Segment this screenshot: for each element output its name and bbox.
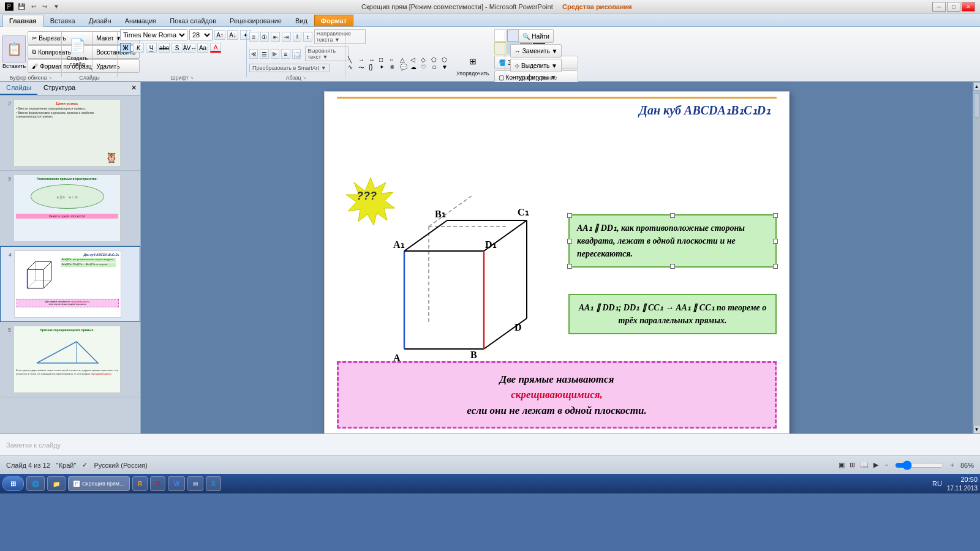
zoom-minus-button[interactable]: － — [883, 460, 890, 470]
resize-handle-tr[interactable] — [773, 213, 778, 218]
line-shape[interactable]: ╲ — [348, 56, 358, 63]
slides-tab[interactable]: Слайды — [0, 82, 37, 95]
resize-handle-mr[interactable] — [773, 239, 778, 244]
justify-button[interactable]: ≡ — [281, 49, 290, 59]
minimize-button[interactable]: ─ — [932, 2, 946, 12]
quick-save[interactable]: 💾 — [16, 2, 27, 10]
taskbar-word[interactable]: W — [168, 476, 184, 491]
columns-button[interactable]: ⫴ — [293, 32, 302, 42]
tab-slideshow[interactable]: Показ слайдов — [163, 15, 223, 26]
view-normal-button[interactable]: ▣ — [839, 461, 845, 469]
scroll-thumb[interactable] — [974, 93, 980, 118]
star8-shape[interactable]: ✵ — [390, 64, 399, 72]
taskbar-powerpoint[interactable]: 🅿 Скрещив прям... — [68, 476, 130, 491]
tab-view[interactable]: Вид — [288, 15, 314, 26]
view-slideshow-button[interactable]: ▶ — [873, 461, 878, 469]
view-reading-button[interactable]: 📖 — [860, 461, 869, 469]
arrow-shape[interactable]: → — [358, 56, 368, 63]
start-button[interactable]: ⊞ — [2, 476, 24, 491]
taskbar-outlook[interactable]: ✉ — [187, 476, 203, 491]
taskbar-yandex[interactable]: Я — [132, 476, 148, 491]
zoom-slider[interactable] — [895, 460, 944, 470]
scroll-down-arrow[interactable]: ▼ — [973, 425, 981, 433]
info-box-2[interactable]: AA₁ ∥ DD₁; DD₁ ∥ CC₁ → AA₁ ∥ CC₁ по теор… — [568, 294, 777, 334]
rect-shape[interactable]: □ — [379, 56, 389, 63]
align-center-button[interactable]: ☰ — [260, 49, 268, 59]
tab-review[interactable]: Рецензирование — [223, 15, 288, 26]
new-slide-button[interactable]: 📄 Создатьслайд — [64, 35, 90, 69]
diamond-shape[interactable]: ◇ — [421, 56, 431, 63]
wave-shape[interactable]: 〜 — [358, 64, 368, 72]
align-text-button[interactable]: Выровнять текст ▼ — [305, 47, 349, 61]
font-color-button[interactable]: A — [210, 43, 221, 53]
brace-shape[interactable]: {} — [369, 64, 379, 72]
callout-shape[interactable]: 💬 — [400, 64, 410, 72]
quick-redo[interactable]: ↪ — [40, 2, 49, 10]
select-button[interactable]: ⊹ Выделить ▼ — [510, 59, 562, 72]
replace-button[interactable]: ↔ Заменить ▼ — [510, 44, 562, 58]
resize-handle-br[interactable] — [773, 264, 778, 269]
clipboard-expand[interactable]: ↘ — [48, 75, 52, 80]
hex-shape[interactable]: ⬡ — [442, 56, 451, 63]
slide-thumb-3[interactable]: 3 Расположение прямых в пространстве: a … — [0, 171, 140, 246]
tab-home[interactable]: Главная — [2, 15, 43, 27]
heart-shape[interactable]: ♡ — [421, 64, 431, 72]
indent-increase-button[interactable]: ⇥ — [282, 32, 291, 42]
indent-decrease-button[interactable]: ⇤ — [271, 32, 280, 42]
curve-shape[interactable]: ∿ — [348, 64, 358, 72]
smiley-shape[interactable]: ☺ — [431, 64, 441, 72]
font-name-select[interactable]: Times New Roma — [120, 29, 187, 40]
resize-handle-tl[interactable] — [567, 213, 572, 218]
cloud-shape[interactable]: ☁ — [410, 64, 420, 72]
tab-animation[interactable]: Анимация — [118, 15, 164, 26]
quick-undo[interactable]: ↩ — [29, 2, 38, 10]
align-justify-button[interactable]: ⬚ — [292, 49, 301, 59]
slide-thumb-4[interactable]: 4 Дан куб ABCDA₁B₁C₁D₁ — [0, 246, 140, 322]
more-shapes[interactable]: ▼ — [442, 64, 451, 72]
taskbar-skype[interactable]: S — [206, 476, 221, 491]
info-box-1[interactable]: AA₁ ∥ DD₁, как противоположные стороны к… — [568, 214, 777, 268]
zoom-plus-button[interactable]: ＋ — [949, 460, 956, 470]
list-bullets-button[interactable]: ≡ — [249, 32, 258, 42]
tab-design[interactable]: Дизайн — [82, 15, 118, 26]
align-right-button[interactable]: ⫸ — [271, 49, 279, 59]
arrange-button[interactable]: ⊞ Упорядочить — [454, 50, 492, 78]
decrease-font-button[interactable]: A↓ — [227, 30, 238, 40]
paragraph-expand[interactable]: ↘ — [303, 75, 306, 80]
font-expand[interactable]: ↘ — [190, 75, 194, 80]
pent-shape[interactable]: ⬠ — [431, 56, 441, 63]
tab-insert[interactable]: Вставка — [43, 15, 82, 26]
resize-handle-bl[interactable] — [567, 264, 572, 269]
slide-thumb-5[interactable]: 5 Признак скрещивающихся прямых. Если од… — [0, 322, 140, 397]
taskbar-ie[interactable]: 🌐 — [26, 476, 45, 491]
char-spacing-button[interactable]: AV↔ — [184, 43, 195, 53]
canvas-area[interactable]: Дан куб ABCDA₁B₁C₁D₁ ??? — [141, 82, 973, 433]
zoom-level[interactable]: 86% — [960, 462, 974, 469]
align-left-button[interactable]: ⫷ — [249, 49, 258, 59]
font-size-select[interactable]: 28 — [189, 29, 213, 40]
convert-smartart-button[interactable]: Преобразовать в SmartArt ▼ — [249, 64, 330, 72]
view-sorter-button[interactable]: ⊞ — [850, 461, 855, 469]
slide-title[interactable]: Дан куб ABCDA₁B₁C₁D₁ — [639, 103, 771, 118]
tab-format[interactable]: Формат — [314, 15, 353, 26]
triangle-shape[interactable]: △ — [400, 56, 410, 63]
resize-handle-bm[interactable] — [670, 264, 675, 269]
increase-font-button[interactable]: A↑ — [214, 30, 225, 40]
bold-button[interactable]: Ж — [120, 43, 131, 53]
dbl-arrow-shape[interactable]: ↔ — [369, 56, 379, 63]
close-button[interactable]: ✕ — [962, 2, 975, 12]
strikethrough-button[interactable]: abc — [159, 43, 170, 53]
oval-shape[interactable]: ○ — [390, 56, 399, 63]
slide-thumb-2[interactable]: 2 Цели урока: • Ввести определение скрещ… — [0, 96, 140, 171]
font-case-button[interactable]: Aa — [197, 43, 208, 53]
notes-area[interactable]: Заметки к слайду — [0, 433, 980, 455]
shadow-button[interactable]: S — [172, 43, 183, 53]
underline-button[interactable]: Ч — [146, 43, 157, 53]
structure-tab[interactable]: Структура — [37, 82, 81, 95]
resize-handle-ml[interactable] — [567, 239, 572, 244]
scroll-up-arrow[interactable]: ▲ — [973, 82, 981, 91]
panel-close-button[interactable]: ✕ — [127, 82, 140, 95]
italic-button[interactable]: К — [133, 43, 144, 53]
maximize-button[interactable]: □ — [947, 2, 960, 12]
star4-shape[interactable]: ✦ — [379, 64, 389, 72]
